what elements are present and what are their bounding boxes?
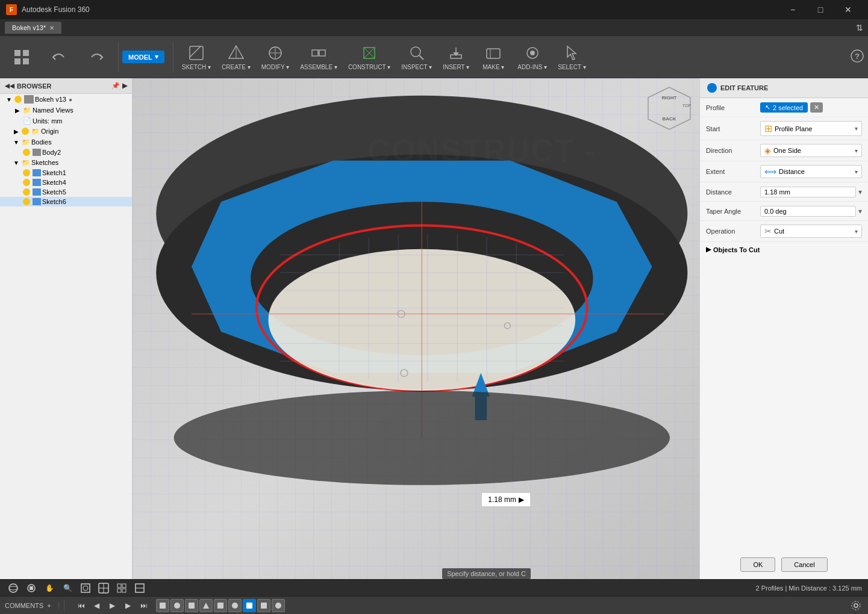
display-mode-icon[interactable]: [96, 581, 111, 595]
tab-close-button[interactable]: ✕: [49, 25, 54, 31]
browser-item-sketch4[interactable]: Sketch4: [0, 178, 132, 187]
toolbar: MODEL ▾ SKETCH ▾ CREATE ▾ MODIFY ▾ ASSEM…: [0, 36, 868, 78]
ef-row-operation: Operation ✂ Cut ▾: [700, 221, 868, 242]
toolbar-assemble[interactable]: ASSEMBLE ▾: [295, 41, 342, 73]
browser-title: BROWSER: [17, 82, 51, 90]
toolbar-sketch[interactable]: SKETCH ▾: [177, 41, 216, 73]
profile-clear-button[interactable]: ✕: [810, 102, 823, 113]
toolbar-inspect[interactable]: INSPECT ▾: [396, 41, 437, 73]
browser-item-sketch5[interactable]: Sketch5: [0, 187, 132, 197]
timeline-item-3[interactable]: [185, 599, 198, 612]
visibility-eye[interactable]: [14, 96, 22, 103]
visibility-eye[interactable]: [22, 128, 29, 135]
distance-input[interactable]: [760, 187, 856, 197]
add-comment-button[interactable]: +: [47, 602, 51, 609]
maximize-button[interactable]: □: [807, 0, 834, 19]
tab-bokeh[interactable]: Bokeh v13* ✕: [5, 22, 61, 34]
visibility-eye[interactable]: [23, 188, 30, 196]
body-icon: [24, 95, 34, 104]
toolbar-undo[interactable]: [41, 45, 77, 69]
grid-toggle-icon[interactable]: [114, 581, 129, 595]
go-to-start-button[interactable]: ⏮: [74, 600, 89, 612]
svg-point-80: [232, 603, 238, 609]
orbit-icon[interactable]: [6, 581, 20, 595]
cancel-button[interactable]: Cancel: [781, 557, 827, 572]
browser-item-bokeh[interactable]: ▼ Bokeh v13 ●: [0, 94, 132, 105]
modify-label: MODIFY ▾: [261, 64, 289, 70]
browser-item-origin[interactable]: ▶ 📁 Origin: [0, 126, 132, 137]
toolbar-redo[interactable]: [78, 45, 114, 69]
svg-rect-4: [190, 46, 203, 60]
timeline-item-5[interactable]: [214, 599, 227, 612]
step-back-button[interactable]: ◀: [90, 600, 104, 612]
browser-back[interactable]: ◀◀: [5, 82, 14, 89]
toolbar-modify[interactable]: MODIFY ▾: [257, 41, 294, 73]
close-button[interactable]: ✕: [834, 0, 862, 19]
panel-toggle[interactable]: ⇅: [856, 23, 863, 33]
taper-arrow[interactable]: ▾: [858, 207, 862, 216]
go-to-end-button[interactable]: ⏭: [137, 600, 151, 612]
timeline-item-6[interactable]: [228, 599, 242, 612]
svg-text:?: ?: [855, 52, 860, 61]
direction-select[interactable]: ◈ One Side ▾: [760, 144, 862, 157]
expand-icon: ▶: [12, 127, 20, 135]
zoom-icon[interactable]: 🔍: [60, 581, 75, 595]
toolbar-mode-button[interactable]: MODEL ▾: [122, 51, 164, 63]
toolbar-help[interactable]: ?: [850, 49, 864, 65]
ef-value-operation: ✂ Cut ▾: [760, 225, 862, 238]
visibility-eye[interactable]: [23, 169, 30, 176]
timeline-item-1[interactable]: [156, 599, 169, 612]
settings-dot[interactable]: ●: [69, 96, 72, 103]
settings-button[interactable]: [849, 598, 863, 613]
toolbar-construct[interactable]: CONSTRUCT ▾: [343, 41, 395, 73]
insert-icon: [446, 43, 466, 63]
minimize-button[interactable]: −: [779, 0, 807, 19]
item-label: Sketch6: [42, 198, 66, 205]
browser-item-sketch6[interactable]: Sketch6: [0, 197, 132, 206]
extent-select[interactable]: ⟺ Distance ▾: [760, 165, 862, 178]
svg-rect-64: [81, 584, 90, 592]
toolbar-insert[interactable]: INSERT ▾: [438, 41, 474, 73]
browser-item-namedviews[interactable]: ▶ 📁 Named Views: [0, 105, 132, 116]
taper-input[interactable]: [760, 206, 856, 217]
timeline-item-8[interactable]: [257, 599, 270, 612]
browser-item-body2[interactable]: Body2: [0, 147, 132, 157]
browser-pin[interactable]: 📌: [111, 82, 120, 90]
play-button[interactable]: ▶: [105, 600, 120, 612]
visibility-eye[interactable]: [23, 149, 30, 156]
ef-row-taper: Taper Angle ▾: [700, 202, 868, 221]
ok-button[interactable]: OK: [740, 557, 775, 572]
toolbar-addins[interactable]: ADD-INS ▾: [513, 41, 552, 73]
view-cube[interactable]: RIGHT BACK TOP: [645, 84, 693, 132]
view-layout-icon[interactable]: [133, 581, 147, 595]
operation-select[interactable]: ✂ Cut ▾: [760, 225, 862, 238]
browser-item-sketches[interactable]: ▼ 📁 Sketches: [0, 157, 132, 168]
step-forward-button[interactable]: ▶: [121, 600, 136, 612]
start-value: Profile Plane: [775, 125, 812, 132]
distance-arrow[interactable]: ▾: [858, 188, 862, 196]
toolbar-divider-2: [173, 42, 173, 72]
zoom-fit-icon[interactable]: [78, 581, 93, 595]
timeline-item-2[interactable]: [170, 599, 184, 612]
profile-select-button[interactable]: ↖ 2 selected: [760, 102, 808, 113]
visibility-eye[interactable]: [23, 198, 30, 205]
toolbar-make[interactable]: MAKE ▾: [475, 41, 511, 73]
viewport[interactable]: CONSTRUCT - 1.18 mm ▶ RIGHT BACK TOP Spe…: [133, 78, 699, 579]
toolbar-select[interactable]: SELECT ▾: [553, 41, 591, 73]
timeline-item-4[interactable]: [199, 599, 213, 612]
toolbar-grid[interactable]: [4, 45, 40, 69]
timeline-item-9[interactable]: [272, 599, 285, 612]
visibility-eye[interactable]: [23, 179, 30, 186]
objects-to-cut-section[interactable]: ▶ Objects To Cut: [700, 242, 868, 257]
browser-item-bodies[interactable]: ▼ 📁 Bodies: [0, 137, 132, 147]
svg-marker-78: [203, 603, 209, 609]
timeline-item-7[interactable]: [243, 599, 256, 612]
pan-icon[interactable]: [24, 581, 39, 595]
window-controls[interactable]: − □ ✕: [779, 0, 862, 19]
browser-item-sketch1[interactable]: Sketch1: [0, 168, 132, 178]
start-select[interactable]: ⊞ Profile Plane ▾: [760, 121, 862, 136]
svg-rect-11: [312, 50, 318, 56]
toolbar-create[interactable]: CREATE ▾: [217, 41, 255, 73]
hand-icon[interactable]: ✋: [42, 581, 57, 595]
browser-collapse[interactable]: ▶: [122, 82, 127, 90]
